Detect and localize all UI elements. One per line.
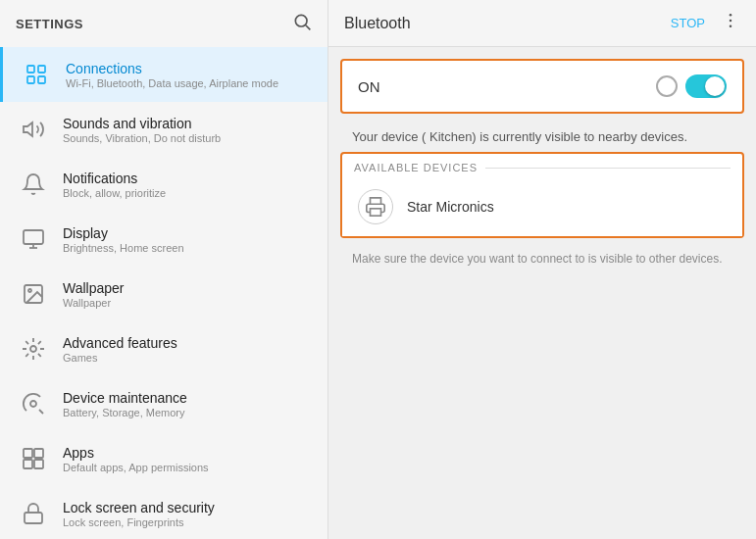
svg-marker-6: [24, 122, 32, 136]
main-header: Bluetooth STOP: [328, 0, 756, 47]
main-panel: Bluetooth STOP ON: [328, 0, 756, 539]
advanced-label: Advanced features: [63, 335, 312, 351]
maintenance-label: Device maintenance: [63, 390, 312, 406]
sidebar-header: SETTINGS: [0, 0, 328, 47]
device-printer-icon: [358, 189, 393, 224]
toggle-off-indicator: [656, 75, 678, 97]
sounds-sub: Sounds, Vibration, Do not disturb: [63, 132, 312, 144]
apps-label: Apps: [63, 445, 312, 461]
maintenance-sub: Battery, Storage, Memory: [63, 407, 312, 418]
settings-title: SETTINGS: [16, 17, 83, 31]
notifications-icon: [16, 167, 51, 202]
bluetooth-toggle-row: ON: [340, 59, 744, 114]
maintenance-icon: [16, 386, 51, 421]
svg-rect-4: [27, 76, 34, 83]
main-title: Bluetooth: [344, 15, 411, 32]
main-content: ON Your device ( Kitchen) is currently v…: [328, 47, 756, 539]
sidebar: SETTINGS Connections Wi-Fi, Bluetooth,: [0, 0, 328, 539]
sidebar-item-lockscreen[interactable]: Lock screen and security Lock screen, Fi…: [0, 486, 328, 539]
lockscreen-label: Lock screen and security: [63, 500, 312, 515]
sidebar-item-sounds[interactable]: Sounds and vibration Sounds, Vibration, …: [0, 102, 328, 157]
sidebar-items-list: Connections Wi-Fi, Bluetooth, Data usage…: [0, 47, 328, 539]
lockscreen-sub: Lock screen, Fingerprints: [63, 516, 312, 528]
sidebar-item-notifications[interactable]: Notifications Block, allow, prioritize: [0, 157, 328, 212]
wallpaper-label: Wallpaper: [63, 280, 312, 296]
connections-sub: Wi-Fi, Bluetooth, Data usage, Airplane m…: [66, 77, 312, 89]
wallpaper-icon: [16, 276, 51, 312]
connections-label: Connections: [66, 61, 312, 76]
stop-button[interactable]: STOP: [671, 16, 705, 30]
svg-rect-3: [38, 66, 45, 73]
more-options-icon[interactable]: [721, 11, 740, 35]
svg-point-20: [730, 20, 732, 23]
svg-point-12: [30, 346, 36, 352]
display-icon: [16, 221, 51, 257]
svg-point-13: [30, 401, 36, 407]
sidebar-item-advanced[interactable]: Advanced features Games: [0, 321, 328, 376]
svg-rect-15: [34, 449, 43, 458]
sidebar-item-display[interactable]: Display Brightness, Home screen: [0, 212, 328, 267]
svg-rect-18: [25, 513, 42, 523]
svg-point-11: [28, 289, 31, 292]
available-devices-section: AVAILABLE DEVICES Star Micronics: [340, 152, 744, 238]
device-help-text: Make sure the device you want to connect…: [328, 238, 756, 279]
available-devices-label: AVAILABLE DEVICES: [354, 162, 478, 173]
svg-rect-14: [24, 449, 32, 458]
apps-icon: [16, 441, 51, 476]
display-sub: Brightness, Home screen: [63, 242, 312, 254]
display-label: Display: [63, 225, 312, 241]
svg-rect-17: [34, 460, 43, 468]
device-item-star-micronics[interactable]: Star Micronics: [342, 177, 742, 236]
svg-point-21: [730, 25, 732, 28]
sounds-icon: [16, 112, 51, 147]
apps-sub: Default apps, App permissions: [63, 462, 312, 473]
notifications-label: Notifications: [63, 171, 312, 186]
sidebar-item-wallpaper[interactable]: Wallpaper Wallpaper: [0, 267, 328, 321]
sounds-label: Sounds and vibration: [63, 116, 312, 131]
svg-point-19: [730, 14, 732, 16]
bluetooth-toggle-switch[interactable]: [685, 74, 727, 98]
svg-rect-2: [27, 66, 34, 73]
visible-status-text: Your device ( Kitchen) is currently visi…: [328, 122, 756, 152]
sidebar-item-connections[interactable]: Connections Wi-Fi, Bluetooth, Data usage…: [0, 47, 328, 102]
advanced-sub: Games: [63, 352, 312, 364]
sidebar-item-maintenance[interactable]: Device maintenance Battery, Storage, Mem…: [0, 376, 328, 431]
svg-rect-5: [38, 76, 45, 83]
svg-rect-22: [371, 209, 381, 216]
on-label: ON: [358, 78, 380, 95]
svg-rect-16: [24, 460, 32, 468]
svg-rect-7: [24, 230, 43, 244]
connections-icon: [19, 57, 54, 92]
notifications-sub: Block, allow, prioritize: [63, 187, 312, 199]
advanced-icon: [16, 331, 51, 367]
wallpaper-sub: Wallpaper: [63, 297, 312, 309]
sidebar-item-apps[interactable]: Apps Default apps, App permissions: [0, 431, 328, 486]
available-devices-header: AVAILABLE DEVICES: [342, 154, 742, 177]
svg-point-0: [295, 15, 307, 26]
device-name: Star Micronics: [407, 199, 494, 215]
search-icon[interactable]: [292, 12, 312, 36]
svg-line-1: [306, 24, 311, 29]
lockscreen-icon: [16, 496, 51, 531]
